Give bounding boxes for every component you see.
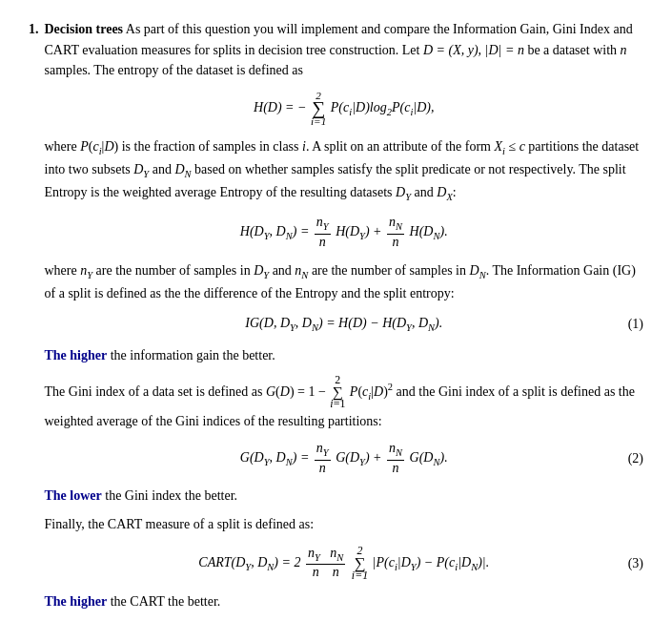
question-item: 1. Decision trees As part of this questi… bbox=[29, 19, 643, 621]
entropy-explanation: where P(ci|D) is the fraction of samples… bbox=[45, 136, 644, 205]
split-entropy-equation: H(DY, DN) = nY n H(DY) + nN n H(DN). bbox=[45, 215, 644, 250]
cart-formula: CART(DY, DN) = 2 nY nN n n 2 ∑ i=1 |P(ci… bbox=[198, 545, 489, 583]
eq-number-1: (1) bbox=[628, 314, 643, 335]
higher-label: The higher bbox=[45, 348, 108, 362]
lower-label: The lower bbox=[45, 488, 102, 503]
ig-equation: IG(D, DY, DN) = H(D) − H(DY, DN). (1) bbox=[45, 313, 644, 336]
intro-text: As part of this question you will implem… bbox=[45, 22, 633, 77]
dataset-def: D = (X, y), |D| = n bbox=[423, 43, 524, 57]
eq-number-2: (2) bbox=[628, 448, 643, 469]
cart-higher-label: The higher bbox=[45, 594, 108, 609]
cart-equation: CART(DY, DN) = 2 nY nN n n 2 ∑ i=1 |P(ci… bbox=[45, 545, 644, 583]
ig-explanation: where nY are the number of samples in DY… bbox=[45, 260, 644, 304]
ig-formula: IG(D, DY, DN) = H(D) − H(DY, DN). bbox=[245, 313, 442, 336]
question-number: 1. bbox=[29, 19, 39, 621]
gini-nn-over-n: nN n bbox=[387, 441, 404, 476]
gini-equation: G(DY, DN) = nY n G(DY) + nN n G(DN). (2) bbox=[45, 441, 644, 476]
ny-over-n: nY n bbox=[315, 215, 331, 250]
entropy-formula: H(D) = − 2 ∑ i=1 P(ci|D)log2P(ci|D), bbox=[254, 91, 434, 127]
lower-is-better: The lower the Gini index the better. bbox=[45, 486, 644, 507]
higher-is-better: The higher the information gain the bett… bbox=[45, 345, 644, 366]
nn-over-n: nN n bbox=[387, 215, 404, 250]
split-entropy-formula: H(DY, DN) = nY n H(DY) + nN n H(DN). bbox=[240, 215, 448, 250]
gini-ny-over-n: nY n bbox=[315, 441, 331, 476]
cart-intro: Finally, the CART measure of a split is … bbox=[45, 514, 644, 535]
cart-fraction: nY nN n n bbox=[306, 546, 345, 581]
question-title: Decision trees bbox=[45, 22, 124, 36]
gini-definition: The Gini index of a data set is defined … bbox=[45, 374, 644, 431]
question-body: Decision trees As part of this question … bbox=[45, 19, 644, 621]
entropy-equation: H(D) = − 2 ∑ i=1 P(ci|D)log2P(ci|D), bbox=[45, 91, 644, 127]
main-content: 1. Decision trees As part of this questi… bbox=[29, 19, 643, 621]
eq-number-3: (3) bbox=[628, 553, 643, 574]
intro-paragraph: Decision trees As part of this question … bbox=[45, 19, 644, 81]
gini-formula: G(DY, DN) = nY n G(DY) + nN n G(DN). bbox=[240, 441, 448, 476]
cart-higher-better: The higher the CART the better. bbox=[45, 591, 644, 612]
